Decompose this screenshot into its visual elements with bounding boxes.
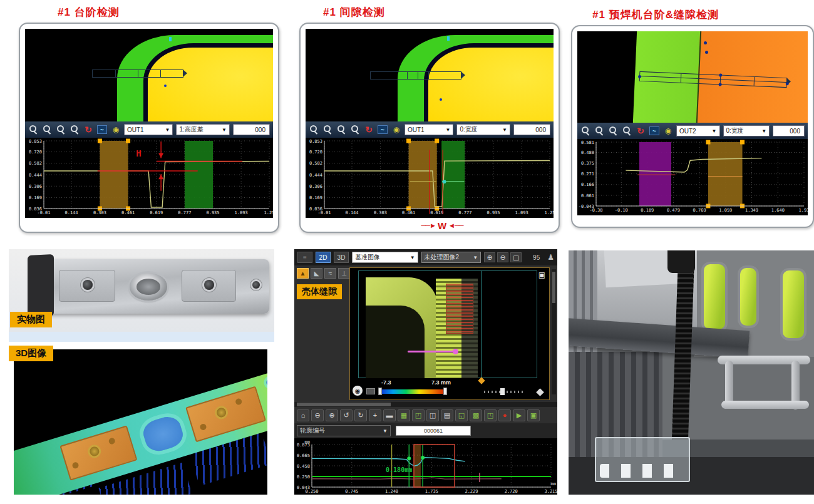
base-image-select[interactable]: 基准图像 ▼ xyxy=(352,252,418,263)
preweld-chart-svg: -0.38-0.100.1890.4790.7691.0591.3491.640… xyxy=(577,139,808,215)
fit-view-icon[interactable]: ◰ xyxy=(412,409,425,421)
rotate-left-icon[interactable]: ↺ xyxy=(340,409,353,421)
zoom-fit-icon[interactable] xyxy=(336,125,346,135)
vertical-scrollbar[interactable] xyxy=(552,269,556,394)
report-icon[interactable]: ▣ xyxy=(527,409,540,421)
chart-step: -0.010.1440.3030.4610.6190.7770.9351.093… xyxy=(25,138,273,218)
rotate-icon[interactable]: ↻ xyxy=(83,125,93,135)
waveform-icon[interactable]: ~ xyxy=(378,125,388,134)
split-view-icon[interactable]: ◫ xyxy=(426,409,439,421)
mode-select[interactable]: 0:宽度 ▼ xyxy=(456,124,510,135)
render-3d-image xyxy=(14,349,267,495)
profile-chart-svg: 0.2500.7451.2401.7352.2292.7203.2150.873… xyxy=(294,438,557,495)
equipment-photo xyxy=(569,250,814,495)
zoom-out-icon[interactable]: ⊖ xyxy=(497,252,508,262)
waveform-icon[interactable]: ~ xyxy=(97,125,107,134)
output-settings-icon[interactable]: ◉ xyxy=(111,125,121,135)
horizontal-scrollbar[interactable] xyxy=(294,402,557,407)
rotate-icon[interactable]: ↻ xyxy=(364,125,374,135)
svg-text:0.036: 0.036 xyxy=(29,207,42,212)
value-field[interactable]: 000 xyxy=(513,124,550,135)
svg-text:1.349: 1.349 xyxy=(745,208,758,213)
section-line[interactable] xyxy=(482,270,482,379)
zoom-in-icon[interactable]: ⊕ xyxy=(484,252,495,262)
center-vent-3d xyxy=(140,414,186,455)
zoom-region-icon[interactable] xyxy=(70,125,80,135)
zoom-out-icon[interactable] xyxy=(594,126,604,136)
svg-text:0.306: 0.306 xyxy=(309,184,322,189)
output-settings-icon[interactable]: ◉ xyxy=(663,126,673,136)
grid-view-icon[interactable]: ▦ xyxy=(398,409,410,421)
fit-view-icon[interactable]: ▣ xyxy=(538,270,545,279)
height-color-gradient[interactable] xyxy=(380,389,445,394)
svg-text:2.720: 2.720 xyxy=(505,489,518,494)
svg-text:1.25: 1.25 xyxy=(264,210,273,215)
fit-screen-icon[interactable]: ▢ xyxy=(510,252,522,262)
svg-text:0.061: 0.061 xyxy=(581,193,594,198)
histogram-icon[interactable] xyxy=(366,388,375,394)
handle-dot[interactable] xyxy=(638,75,641,78)
output-select[interactable]: OUT1 ▼ xyxy=(404,124,453,135)
handle-dot[interactable] xyxy=(786,82,789,85)
image-viewport[interactable]: ▣ ◉ -7.3 7.3 mm xyxy=(349,267,550,400)
region-tool-icon[interactable]: ◱ xyxy=(455,409,468,421)
rotate-right-icon[interactable]: ↻ xyxy=(354,409,367,421)
profile-number-select[interactable]: 轮廓编号 ▼ xyxy=(297,425,391,436)
svg-text:0.480: 0.480 xyxy=(581,150,594,155)
processed-image-select[interactable]: 未处理图像2 ▼ xyxy=(421,252,482,263)
zoom-in-icon[interactable] xyxy=(28,125,38,135)
normal-view-icon[interactable]: ⊥ xyxy=(338,268,350,279)
marker-diamond-icon[interactable] xyxy=(536,388,544,396)
zoom-out-icon[interactable] xyxy=(322,125,332,135)
zoom-region-icon[interactable] xyxy=(350,125,360,135)
mode-select[interactable]: 1:高度差 ▼ xyxy=(176,124,230,135)
position-slider[interactable] xyxy=(484,391,525,393)
zoom-fit-icon[interactable] xyxy=(56,125,66,135)
output-select[interactable]: OUT1 ▼ xyxy=(124,124,173,135)
view-3d-button[interactable]: 3D xyxy=(334,252,349,263)
zoom-in-icon[interactable]: ⊕ xyxy=(326,409,338,421)
output-select[interactable]: OUT2 ▼ xyxy=(676,125,720,136)
compare-tool-icon[interactable]: ◳ xyxy=(484,409,497,421)
zoom-fit-icon[interactable] xyxy=(608,126,618,136)
profile-number-field[interactable]: 000061 xyxy=(396,426,471,436)
inspector-topbar: ≡ 2D 3D 基准图像 ▼ 未处理图像2 ▼ ⊕⊖▢ 95 ♟ xyxy=(294,249,557,265)
user-icon[interactable]: ♟ xyxy=(547,253,554,262)
step-chart-svg: -0.010.1440.3030.4610.6190.7770.9351.093… xyxy=(25,138,273,218)
zoom-in-icon[interactable] xyxy=(580,126,590,136)
view-mode-list-button[interactable]: ≡ xyxy=(297,252,312,263)
color-mode-icon[interactable]: ◉ xyxy=(353,386,363,396)
svg-text:0.777: 0.777 xyxy=(458,210,471,215)
zoom-region-icon[interactable] xyxy=(622,126,632,136)
profile-tool-icon[interactable]: ⌂ xyxy=(297,409,309,421)
line-tool-icon[interactable]: ▬ xyxy=(383,409,396,421)
value-field[interactable]: 000 xyxy=(233,124,270,135)
pan-tool-icon[interactable]: + xyxy=(369,409,381,421)
svg-text:0.189: 0.189 xyxy=(641,208,654,213)
mask-tool-icon[interactable]: ▩ xyxy=(470,409,482,421)
zoom-in-icon[interactable] xyxy=(309,125,319,135)
zoom-out-icon[interactable] xyxy=(42,125,52,135)
zoom-out-icon[interactable]: ⊖ xyxy=(311,409,324,421)
svg-text:1.240: 1.240 xyxy=(385,489,398,494)
vision-toolbar: ↻~◉ OUT2 ▼ 0:宽度 ▼ 000 xyxy=(577,123,808,139)
profile-view-icon[interactable]: ◣ xyxy=(311,268,322,279)
profile-position-arrow[interactable] xyxy=(408,351,455,352)
value-field[interactable]: 000 xyxy=(773,125,805,136)
waveform-icon[interactable]: ~ xyxy=(649,126,659,135)
rotate-icon[interactable]: ↻ xyxy=(636,126,646,136)
svg-text:1.25: 1.25 xyxy=(545,210,554,215)
svg-text:mm: mm xyxy=(305,440,310,445)
mode-select[interactable]: 0:宽度 ▼ xyxy=(723,125,770,136)
height-view-icon[interactable]: ▲ xyxy=(297,268,309,279)
intensity-view-icon[interactable]: ≈ xyxy=(324,268,336,279)
svg-text:0.853: 0.853 xyxy=(309,139,322,144)
measure-region-box[interactable] xyxy=(92,69,184,78)
view-2d-button[interactable]: 2D xyxy=(316,252,331,263)
output-settings-icon[interactable]: ◉ xyxy=(391,125,401,135)
svg-text:0.619: 0.619 xyxy=(430,210,443,215)
measure-region-box[interactable] xyxy=(370,71,462,80)
layer-view-icon[interactable]: ▤ xyxy=(441,409,453,421)
record-button-icon[interactable]: ● xyxy=(498,409,511,421)
export-icon[interactable]: ▶ xyxy=(513,409,525,421)
